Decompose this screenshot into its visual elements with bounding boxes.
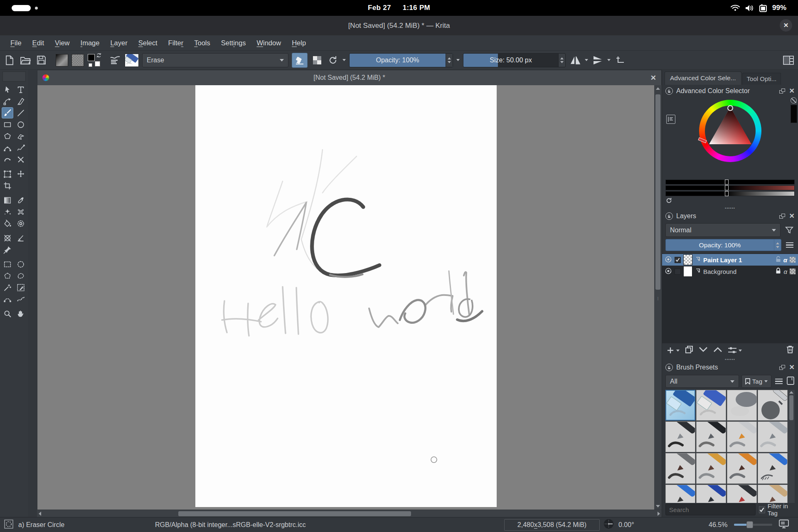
layer-visibility-icon[interactable] <box>665 256 672 264</box>
toolbox-grip[interactable] <box>2 71 26 81</box>
text-tool[interactable] <box>15 84 27 95</box>
workspace-chooser-button[interactable] <box>782 54 795 66</box>
layer-opacity-slider[interactable]: Opacity: 100% <box>665 239 781 251</box>
mirror-vertical-button[interactable] <box>591 54 604 66</box>
transform-tool[interactable] <box>2 168 13 180</box>
onion-skin-icon[interactable] <box>695 268 701 275</box>
onion-skin-icon[interactable] <box>695 256 701 264</box>
polygon-tool[interactable] <box>2 131 13 142</box>
preset-filter-combobox[interactable]: All <box>665 375 739 388</box>
brush-preset-pen-7[interactable] <box>758 421 788 452</box>
gradient-tool[interactable] <box>2 195 13 206</box>
opacity-options-arrow[interactable] <box>456 59 460 61</box>
brush-preset-pencil-15[interactable] <box>758 485 788 503</box>
mirror-vertical-options-arrow[interactable] <box>607 59 611 61</box>
menu-edit[interactable]: Edit <box>28 37 49 49</box>
freehand-brush-tool[interactable] <box>2 107 13 118</box>
trim-canvas-button[interactable] <box>614 54 626 66</box>
magnetic-select-tool[interactable] <box>15 293 27 305</box>
brush-engine-combobox[interactable]: Erase <box>142 53 288 67</box>
crop-tool[interactable] <box>2 180 13 191</box>
measure-tool[interactable] <box>15 232 27 244</box>
layer-alpha-icon[interactable]: α <box>783 268 787 275</box>
brush-preset-pencil-13[interactable] <box>696 485 726 503</box>
reload-preset-button[interactable] <box>327 54 339 66</box>
polyline-tool[interactable] <box>15 131 27 142</box>
brush-preset-pencil-12[interactable] <box>665 485 695 503</box>
layer-filter-button[interactable] <box>784 225 795 236</box>
freehand-path-tool[interactable] <box>15 142 27 153</box>
size-spinner[interactable] <box>558 54 565 67</box>
menu-layer[interactable]: Layer <box>106 37 132 49</box>
menu-select[interactable]: Select <box>134 37 162 49</box>
layer-row-paint-layer-1[interactable]: Paint Layer 1α <box>662 254 798 266</box>
vertical-scroll-thumb[interactable] <box>655 94 660 290</box>
move-layer-up-button[interactable] <box>713 346 722 355</box>
assistants-tool[interactable] <box>2 232 13 244</box>
no-color-icon[interactable] <box>791 97 797 103</box>
mirror-horizontal-options-arrow[interactable] <box>585 59 588 61</box>
zoom-tool[interactable] <box>2 308 13 319</box>
layer-menu-button[interactable] <box>785 242 795 248</box>
zoom-slider[interactable] <box>734 524 772 526</box>
brush-preset-pen-6[interactable] <box>727 421 757 452</box>
color-sampler-tool[interactable] <box>15 195 27 206</box>
scroll-down-arrow[interactable] <box>656 505 660 507</box>
blend-mode-combobox[interactable]: Normal <box>665 223 781 237</box>
storage-button[interactable] <box>786 376 795 387</box>
tab-tool-options[interactable]: Tool Opti... <box>742 73 781 85</box>
lightness-bar-handle[interactable] <box>725 191 729 196</box>
panel-lock-icon[interactable] <box>665 212 673 220</box>
layer-opacity-spinner[interactable] <box>774 239 781 251</box>
float-panel-icon[interactable] <box>779 365 785 370</box>
menu-file[interactable]: File <box>6 37 26 49</box>
brush-preset-thumbnail[interactable] <box>125 54 139 67</box>
brush-preset-airbrush-3[interactable] <box>758 390 788 421</box>
value-bar-handle[interactable] <box>725 180 729 185</box>
open-image-button[interactable] <box>19 54 32 66</box>
menu-tools[interactable]: Tools <box>190 37 215 49</box>
menu-view[interactable]: View <box>50 37 74 49</box>
float-panel-icon[interactable] <box>779 214 785 219</box>
brush-settings-button[interactable] <box>109 54 121 66</box>
menu-window[interactable]: Window <box>252 37 286 49</box>
tag-button[interactable]: Tag <box>741 375 771 388</box>
document-close-button[interactable]: ✕ <box>650 74 656 82</box>
new-document-button[interactable] <box>3 54 16 66</box>
close-panel-icon[interactable]: ✕ <box>789 364 795 371</box>
gradient-chooser[interactable] <box>56 54 68 66</box>
lightness-bar[interactable] <box>665 191 795 196</box>
brush-preset-brush-10[interactable] <box>727 453 757 484</box>
layer-properties-options-arrow[interactable] <box>739 350 742 352</box>
panel-lock-icon[interactable] <box>665 87 673 95</box>
preset-display-mode-button[interactable] <box>774 379 784 384</box>
layer-visibility-icon[interactable] <box>665 267 672 276</box>
brush-preset-eraser-1[interactable] <box>696 390 726 421</box>
scroll-right-arrow[interactable] <box>658 512 660 516</box>
selector-settings-icon[interactable] <box>666 115 675 124</box>
pattern-chooser[interactable] <box>71 54 84 66</box>
menu-help[interactable]: Help <box>287 37 310 49</box>
document-tab-bar[interactable]: [Not Saved] (54.2 MiB) * ✕ <box>37 70 662 85</box>
size-slider[interactable]: Size: 50.00 px <box>463 53 566 67</box>
brush-preset-blob-2[interactable] <box>727 390 757 421</box>
advanced-color-selector[interactable] <box>662 97 798 179</box>
layer-checkbox[interactable] <box>675 257 681 263</box>
preset-scroll-up[interactable] <box>789 391 793 394</box>
canvas-page[interactable] <box>195 85 497 507</box>
panel-lock-icon[interactable] <box>665 364 673 371</box>
brush-preset-brush-9[interactable] <box>696 453 726 484</box>
scroll-up-arrow[interactable] <box>656 87 660 90</box>
dock-resize-grip[interactable]: ⋮ <box>655 296 661 300</box>
filter-in-tag-checkbox[interactable]: Filter in Tag <box>759 502 795 517</box>
fit-to-screen-icon[interactable] <box>779 520 789 530</box>
image-dimensions[interactable]: 2,480 x 3,508 (54.2 MiB) <box>504 519 600 531</box>
refresh-colors-icon[interactable] <box>665 197 672 206</box>
layer-lock-icon[interactable] <box>776 268 781 275</box>
save-button[interactable] <box>35 54 47 66</box>
brush-preset-pen-5[interactable] <box>696 421 726 452</box>
colorize-mask-tool[interactable] <box>2 206 13 217</box>
add-layer-options-arrow[interactable] <box>676 350 680 352</box>
eraser-mode-toggle[interactable] <box>292 53 308 68</box>
horizontal-scrollbar[interactable] <box>37 510 662 517</box>
